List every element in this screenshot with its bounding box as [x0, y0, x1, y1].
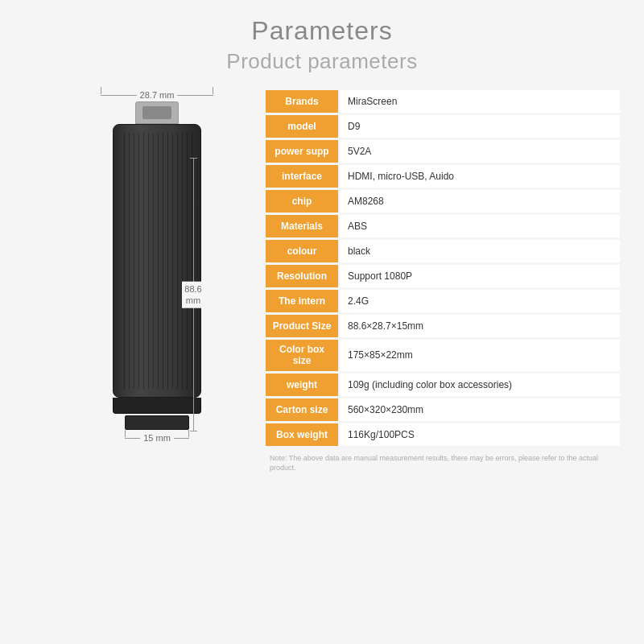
spec-value: Support 1080P: [338, 265, 620, 287]
device-drawing: [113, 101, 201, 430]
title-parameters: Parameters: [251, 16, 392, 46]
spec-label: colour: [266, 240, 338, 262]
spec-value: 88.6×28.7×15mm: [338, 315, 620, 337]
bottom-dimension: 15 mm: [125, 433, 189, 443]
hdmi-inner: [142, 106, 171, 119]
width-label: 28.7 mm: [137, 90, 178, 100]
spec-label: Brands: [266, 90, 338, 113]
spec-row: The intern2.4G: [266, 290, 620, 312]
dim-tick: [213, 87, 213, 94]
device-row: 88.6mm: [72, 101, 201, 430]
spec-value: 560×320×230mm: [338, 398, 620, 421]
spec-row: chipAM8268: [266, 190, 620, 213]
spec-label: power supp: [266, 140, 338, 163]
spec-value: ABS: [338, 215, 620, 237]
spec-value: D9: [338, 115, 620, 138]
spec-label: The intern: [266, 290, 338, 312]
spec-label: Resolution: [266, 265, 338, 287]
bottom-label: 15 mm: [140, 433, 174, 443]
device-body: [113, 124, 201, 398]
spec-row: modelD9: [266, 115, 620, 138]
spec-value: 175×85×22mm: [338, 340, 620, 371]
spec-row: ResolutionSupport 1080P: [266, 265, 620, 287]
note-text: Note: The above data are manual measurem…: [266, 453, 620, 473]
height-label: 88.6mm: [182, 282, 204, 308]
spec-row: Carton size560×320×230mm: [266, 398, 620, 421]
main-content: 28.7 mm 88.6mm: [24, 90, 620, 473]
spec-value: HDMI, micro-USB, Auido: [338, 165, 620, 188]
page: Parameters Product parameters 28.7 mm: [0, 0, 644, 644]
spec-label: weight: [266, 374, 338, 396]
hdmi-connector: [135, 101, 179, 124]
spec-label: Carton size: [266, 398, 338, 421]
device-section: 28.7 mm 88.6mm: [24, 90, 250, 443]
spec-value: MiraScreen: [338, 90, 620, 113]
spec-value: 5V2A: [338, 140, 620, 163]
spec-value: 116Kg/100PCS: [338, 423, 620, 446]
spec-value: 109g (including color box accessories): [338, 374, 620, 396]
spec-row: weight109g (including color box accessor…: [266, 374, 620, 396]
spec-value: AM8268: [338, 190, 620, 213]
spec-value: black: [338, 240, 620, 262]
device-side-bump: [113, 398, 201, 414]
title-product-parameters: Product parameters: [226, 49, 417, 74]
spec-row: Color box size175×85×22mm: [266, 340, 620, 371]
device-bottom: [125, 415, 189, 430]
dim-tick: [101, 87, 101, 94]
spec-label: model: [266, 115, 338, 138]
spec-row: BrandsMiraScreen: [266, 90, 620, 113]
spec-label: Box weight: [266, 423, 338, 446]
spec-row: Product Size88.6×28.7×15mm: [266, 315, 620, 337]
spec-row: MaterialsABS: [266, 215, 620, 237]
dim-tick: [190, 158, 197, 159]
spec-label: Materials: [266, 215, 338, 237]
width-dimension: 28.7 mm: [101, 90, 213, 100]
spec-row: colourblack: [266, 240, 620, 262]
spec-label: chip: [266, 190, 338, 213]
spec-label: Color box size: [266, 340, 338, 371]
dim-tick: [190, 431, 197, 431]
spec-value: 2.4G: [338, 290, 620, 312]
spec-label: Product Size: [266, 315, 338, 337]
spec-row: Box weight116Kg/100PCS: [266, 423, 620, 446]
dim-tick: [188, 430, 189, 437]
spec-label: interface: [266, 165, 338, 188]
dim-tick: [125, 430, 126, 437]
spec-row: power supp5V2A: [266, 140, 620, 163]
specs-table: BrandsMiraScreenmodelD9power supp5V2Aint…: [266, 90, 620, 473]
spec-row: interfaceHDMI, micro-USB, Auido: [266, 165, 620, 188]
